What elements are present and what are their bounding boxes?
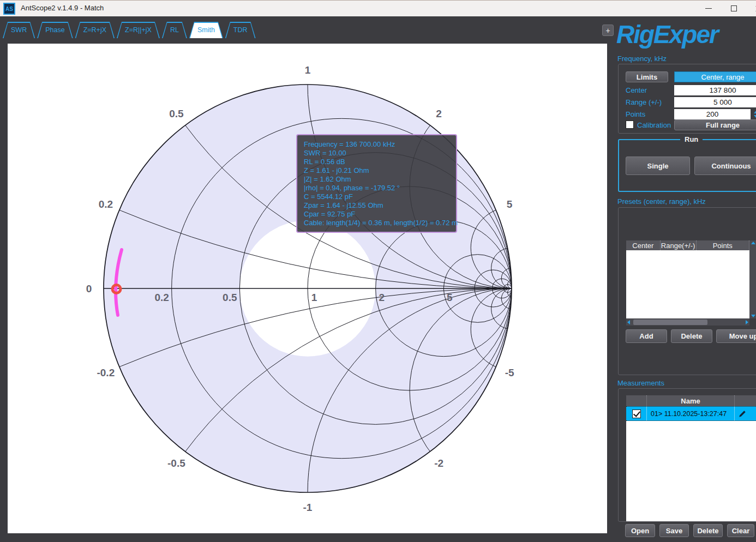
tab-label: RL (170, 26, 179, 34)
svg-text:0.5: 0.5 (169, 108, 184, 119)
tab-z-r-jx[interactable]: Z=R||+jX (117, 22, 160, 38)
points-input[interactable]: 200 (674, 109, 751, 119)
range-input[interactable]: 5 000 (674, 97, 756, 107)
limits-button[interactable]: Limits (626, 71, 668, 82)
cursor-readout-line: Cable: length(1/4) = 0.36 m, length(1/2)… (304, 219, 449, 227)
svg-text:-2: -2 (434, 457, 443, 469)
calibration-checkbox[interactable] (626, 121, 634, 129)
center-input[interactable]: 137 800 (674, 85, 756, 95)
cursor-readout-line: Z = 1.61 - j0.21 Ohm (304, 166, 449, 175)
measurements-section-label: Measurements (617, 379, 664, 387)
measurement-row[interactable]: 01> 11.10.2025-13:27:47 (626, 406, 756, 421)
preset-add-button[interactable]: Add (626, 329, 667, 343)
tab-z-r-jx[interactable]: Z=R+jX (75, 22, 115, 38)
preset-moveup-button[interactable]: Move up (716, 329, 756, 343)
smith-chart-panel[interactable]: 10.50.20-0.2-0.5-1-2-5520.20.5125 Freque… (8, 44, 607, 533)
measurement-visible-checkbox[interactable] (632, 409, 641, 418)
tab-label: Smith (197, 26, 215, 34)
points-label: Points (626, 110, 645, 118)
minimize-button[interactable] (699, 1, 718, 16)
svg-text:2: 2 (436, 108, 442, 119)
single-button[interactable]: Single (626, 156, 690, 175)
range-label: Range (+/-) (626, 98, 662, 106)
tab-label: TDR (233, 26, 248, 34)
measurement-delete-button[interactable]: Delete (693, 524, 723, 537)
add-tab-button[interactable]: + (602, 25, 614, 36)
tab-smith[interactable]: Smith (189, 22, 223, 38)
measurements-groupbox: Name 01> 11.10.2025-13:27:47 (618, 388, 756, 522)
center-range-button[interactable]: Center, range (674, 71, 756, 82)
window-title: AntScope2 v.1.4.9 - Match (21, 4, 104, 12)
presets-table-header: Center Range(+/-) Points (626, 240, 749, 250)
svg-text:0.2: 0.2 (99, 198, 113, 210)
cursor-readout-line: Zpar = 1.64 - j12.55 Ohm (304, 201, 449, 210)
presets-table-body[interactable] (626, 250, 749, 318)
minimize-icon (705, 8, 712, 9)
presets-horizontal-scrollbar[interactable] (626, 318, 749, 326)
tab-label: Z=R||+jX (125, 26, 152, 34)
scrollbar-thumb[interactable] (633, 320, 707, 325)
measurement-edit-cell[interactable] (735, 407, 756, 420)
measurement-name[interactable]: 01> 11.10.2025-13:27:47 (647, 407, 735, 420)
svg-text:1: 1 (311, 292, 317, 303)
maximize-icon (731, 5, 737, 11)
svg-text:0: 0 (86, 283, 92, 294)
measurement-save-button[interactable]: Save (659, 524, 689, 537)
scroll-up-icon[interactable] (751, 242, 755, 244)
scroll-down-icon[interactable] (751, 315, 755, 317)
antscope2-window: { "window": { "title": "AntScope2 v.1.4.… (0, 0, 756, 542)
app-icon: AS (3, 3, 15, 15)
measurements-list-body[interactable] (626, 421, 756, 521)
edit-pencil-icon[interactable] (738, 409, 747, 418)
continuous-button[interactable]: Continuous (694, 156, 756, 175)
tab-phase[interactable]: Phase (37, 22, 73, 38)
calibration-label: Calibration (637, 121, 671, 129)
scroll-right-icon[interactable] (746, 320, 748, 324)
cursor-tooltip: Frequency = 136 700.00 kHzSWR = 10.00RL … (296, 134, 457, 233)
measurements-col-edit[interactable] (735, 395, 756, 406)
presets-col-points[interactable]: Points (697, 240, 750, 250)
maximize-button[interactable] (724, 1, 743, 16)
close-button[interactable] (749, 1, 756, 16)
measurement-clear-button[interactable]: Clear (727, 524, 754, 537)
scroll-left-icon[interactable] (627, 320, 630, 324)
svg-text:-0.2: -0.2 (97, 367, 115, 378)
spinner-up-icon[interactable] (754, 111, 756, 113)
presets-section-label: Presets (center, range), kHz (617, 197, 706, 206)
presets-col-center[interactable]: Center (626, 240, 661, 250)
svg-text:0.5: 0.5 (223, 292, 237, 303)
cursor-readout-line: Frequency = 136 700.00 kHz (304, 140, 449, 149)
tab-label: Phase (45, 26, 64, 34)
tab-swr[interactable]: SWR (3, 22, 35, 38)
cursor-readout-line: |Z| = 1.62 Ohm (304, 175, 449, 184)
spinner-down-icon[interactable] (754, 115, 756, 118)
smith-chart: 10.50.20-0.2-0.5-1-2-5520.20.5125 (8, 44, 607, 533)
tab-rl[interactable]: RL (162, 22, 187, 38)
run-title: Run (680, 135, 703, 143)
measurements-col-name[interactable]: Name (647, 395, 735, 406)
presets-col-range[interactable]: Range(+/-) (661, 240, 697, 250)
rigexpert-logo: RigExper (616, 20, 718, 49)
full-range-button[interactable]: Full range (674, 119, 756, 130)
frequency-section-label: Frequency, kHz (617, 55, 667, 63)
preset-delete-button[interactable]: Delete (671, 329, 712, 343)
svg-text:-1: -1 (303, 502, 313, 513)
measurements-col-checkbox[interactable] (626, 395, 647, 406)
svg-text:2: 2 (379, 292, 385, 303)
cursor-readout-line: |rho| = 0.94, phase = -179.52 ° (304, 184, 449, 192)
measurements-table-header: Name (626, 395, 756, 406)
title-bar: AS AntScope2 v.1.4.9 - Match (0, 0, 756, 16)
tab-label: Z=R+jX (83, 26, 106, 34)
svg-text:-0.5: -0.5 (167, 457, 185, 469)
svg-text:5: 5 (447, 292, 453, 303)
presets-vertical-scrollbar[interactable] (749, 240, 756, 318)
svg-text:0.2: 0.2 (154, 292, 169, 303)
tab-tdr[interactable]: TDR (225, 22, 256, 38)
cursor-readout-line: RL = 0.56 dB (304, 158, 449, 166)
points-spinner[interactable] (752, 109, 756, 119)
frequency-groupbox: Limits Center, range Center 137 800 Rang… (618, 64, 756, 134)
center-label: Center (626, 86, 647, 94)
measurement-open-button[interactable]: Open (625, 524, 655, 537)
svg-text:-5: -5 (505, 367, 514, 378)
cursor-readout-line: C = 5544.12 pF (304, 192, 449, 201)
